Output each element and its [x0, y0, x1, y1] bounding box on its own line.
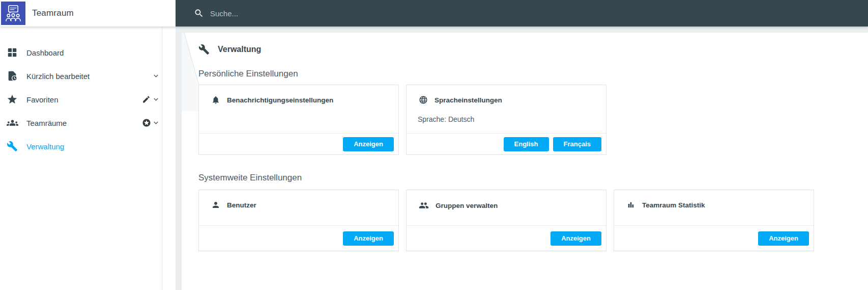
sidebar-item-administration[interactable]: Verwaltung [0, 135, 162, 158]
wrench-icon [198, 44, 210, 55]
section-heading-personal: Persönliche Einstellungen [198, 69, 298, 79]
star-icon [7, 94, 18, 105]
card-header: Benachrichtigungseinstellungen [199, 85, 398, 104]
sidebar-item-dashboard[interactable]: Dashboard [0, 41, 162, 64]
card-footer: Anzeigen [407, 225, 606, 251]
card-footer: Anzeigen [614, 225, 814, 251]
edit-pencil-icon[interactable] [142, 95, 151, 104]
stars-circle-icon[interactable] [142, 118, 151, 127]
top-app-bar: Teamraum [0, 0, 868, 27]
card-header: Spracheinstellungen [407, 85, 606, 104]
app-window: Teamraum Dashboard [0, 0, 868, 290]
chevron-down-icon[interactable] [152, 95, 160, 104]
card-manage-groups: Gruppen verwalten Anzeigen [406, 190, 606, 251]
sidebar-item-favorites[interactable]: Favoriten [0, 88, 162, 111]
search-bar [176, 0, 868, 27]
sidebar-item-label: Verwaltung [26, 142, 64, 151]
card-title: Gruppen verwalten [436, 202, 498, 209]
sidebar-item-label: Teamräume [26, 119, 67, 127]
card-title: Teamraum Statistik [642, 201, 705, 209]
page-header: Verwaltung [198, 44, 261, 55]
card-title: Spracheinstellungen [435, 96, 502, 104]
current-language-text: Sprache: Deutsch [418, 115, 474, 123]
sidebar: Dashboard Kürzlich bearbeitet [0, 27, 176, 290]
card-notification-settings: Benachrichtigungseinstellungen Anzeigen [198, 85, 399, 155]
search-input[interactable] [210, 9, 515, 18]
sidebar-item-recently-edited[interactable]: Kürzlich bearbeitet [0, 64, 162, 88]
card-title: Benachrichtigungseinstellungen [227, 96, 333, 104]
people-icon [419, 200, 429, 210]
card-header: Benutzer [199, 190, 398, 209]
card-language-settings: Spracheinstellungen Sprache: Deutsch Eng… [406, 85, 606, 155]
francais-button[interactable]: Français [553, 137, 601, 151]
anzeigen-button[interactable]: Anzeigen [343, 231, 394, 246]
card-footer: English Français [407, 133, 606, 154]
sidebar-item-teamrooms[interactable]: Teamräume [0, 111, 162, 135]
card-row-system: Benutzer Anzeigen Gruppen verwalten An [198, 190, 814, 251]
section-heading-system: Systemweite Einstellungen [198, 173, 302, 183]
card-title: Benutzer [227, 201, 256, 209]
anzeigen-button[interactable]: Anzeigen [551, 231, 601, 246]
card-users: Benutzer Anzeigen [198, 190, 399, 251]
wrench-icon [7, 141, 18, 152]
chevron-down-icon[interactable] [152, 119, 160, 127]
page-title: Verwaltung [218, 45, 261, 54]
sidebar-item-label: Dashboard [26, 48, 64, 57]
card-footer: Anzeigen [199, 133, 398, 154]
person-icon [211, 200, 220, 209]
bar-chart-icon [626, 200, 635, 209]
app-title: Teamraum [32, 8, 74, 18]
bell-icon [211, 95, 220, 104]
search-icon [194, 8, 204, 18]
anzeigen-button[interactable]: Anzeigen [758, 231, 809, 246]
recent-document-icon [7, 70, 18, 82]
card-teamraum-statistics: Teamraum Statistik Anzeigen [614, 190, 814, 251]
card-header: Gruppen verwalten [407, 190, 606, 210]
card-row-personal: Benachrichtigungseinstellungen Anzeigen … [198, 85, 606, 155]
card-header: Teamraum Statistik [614, 190, 814, 209]
brand-home-link[interactable]: Teamraum [0, 0, 176, 27]
english-button[interactable]: English [504, 137, 549, 151]
sidebar-item-label: Kürzlich bearbeitet [26, 72, 90, 81]
dashboard-icon [7, 47, 18, 58]
sidebar-item-label: Favoriten [26, 95, 59, 104]
globe-icon [419, 95, 428, 104]
chevron-down-icon[interactable] [152, 72, 160, 81]
content-panel: Verwaltung Persönliche Einstellungen Ben… [182, 33, 868, 290]
groups-icon [7, 117, 18, 129]
teamraum-logo-icon [1, 2, 25, 25]
anzeigen-button[interactable]: Anzeigen [343, 137, 394, 151]
card-footer: Anzeigen [199, 225, 398, 251]
